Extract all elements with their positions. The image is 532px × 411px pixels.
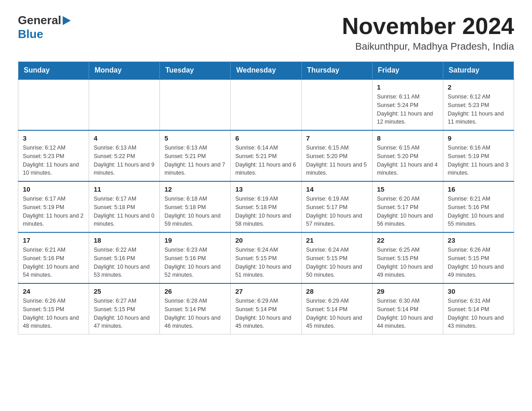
day-of-week-header: Wednesday — [231, 62, 301, 80]
day-of-week-header: Monday — [89, 62, 160, 80]
calendar-day-cell: 24Sunrise: 6:26 AMSunset: 5:15 PMDayligh… — [18, 283, 89, 334]
calendar-day-cell: 6Sunrise: 6:14 AMSunset: 5:21 PMDaylight… — [231, 130, 301, 181]
day-of-week-header: Thursday — [301, 62, 372, 80]
day-info: Sunrise: 6:24 AMSunset: 5:15 PMDaylight:… — [235, 246, 296, 279]
day-info: Sunrise: 6:17 AMSunset: 5:18 PMDaylight:… — [94, 195, 155, 228]
calendar-table: SundayMondayTuesdayWednesdayThursdayFrid… — [18, 61, 514, 334]
day-number: 14 — [306, 185, 368, 193]
day-of-week-header: Tuesday — [160, 62, 231, 80]
calendar-day-cell — [301, 79, 372, 130]
day-info: Sunrise: 6:17 AMSunset: 5:19 PMDaylight:… — [23, 195, 84, 228]
day-info: Sunrise: 6:16 AMSunset: 5:19 PMDaylight:… — [448, 144, 509, 177]
day-number: 9 — [448, 134, 509, 142]
calendar-day-cell — [160, 79, 231, 130]
day-number: 6 — [235, 134, 296, 142]
day-info: Sunrise: 6:30 AMSunset: 5:14 PMDaylight:… — [377, 297, 438, 330]
day-number: 21 — [306, 236, 368, 244]
calendar-day-cell: 8Sunrise: 6:15 AMSunset: 5:20 PMDaylight… — [372, 130, 443, 181]
calendar-day-cell: 1Sunrise: 6:11 AMSunset: 5:24 PMDaylight… — [372, 79, 443, 130]
day-info: Sunrise: 6:25 AMSunset: 5:15 PMDaylight:… — [377, 246, 438, 279]
day-info: Sunrise: 6:13 AMSunset: 5:21 PMDaylight:… — [164, 144, 226, 177]
calendar-day-cell: 3Sunrise: 6:12 AMSunset: 5:23 PMDaylight… — [18, 130, 89, 181]
calendar-day-cell: 9Sunrise: 6:16 AMSunset: 5:19 PMDaylight… — [443, 130, 514, 181]
day-info: Sunrise: 6:26 AMSunset: 5:15 PMDaylight:… — [23, 297, 84, 330]
day-info: Sunrise: 6:29 AMSunset: 5:14 PMDaylight:… — [306, 297, 368, 330]
calendar-day-cell: 28Sunrise: 6:29 AMSunset: 5:14 PMDayligh… — [301, 283, 372, 334]
header-row: SundayMondayTuesdayWednesdayThursdayFrid… — [18, 62, 514, 80]
calendar-day-cell: 15Sunrise: 6:20 AMSunset: 5:17 PMDayligh… — [372, 181, 443, 232]
day-info: Sunrise: 6:31 AMSunset: 5:14 PMDaylight:… — [448, 297, 509, 330]
day-number: 11 — [94, 185, 155, 193]
calendar-day-cell: 26Sunrise: 6:28 AMSunset: 5:14 PMDayligh… — [160, 283, 231, 334]
day-number: 25 — [94, 287, 155, 295]
day-number: 17 — [23, 236, 84, 244]
calendar-day-cell: 4Sunrise: 6:13 AMSunset: 5:22 PMDaylight… — [89, 130, 160, 181]
day-number: 13 — [235, 185, 296, 193]
day-number: 22 — [377, 236, 438, 244]
day-number: 29 — [377, 287, 438, 295]
calendar-day-cell: 10Sunrise: 6:17 AMSunset: 5:19 PMDayligh… — [18, 181, 89, 232]
day-number: 23 — [448, 236, 509, 244]
day-info: Sunrise: 6:19 AMSunset: 5:18 PMDaylight:… — [235, 195, 296, 228]
logo-blue-text: Blue — [18, 27, 43, 41]
day-info: Sunrise: 6:18 AMSunset: 5:18 PMDaylight:… — [164, 195, 226, 228]
day-info: Sunrise: 6:12 AMSunset: 5:23 PMDaylight:… — [23, 144, 84, 177]
day-number: 24 — [23, 287, 84, 295]
calendar-week-row: 17Sunrise: 6:21 AMSunset: 5:16 PMDayligh… — [18, 232, 514, 283]
calendar-day-cell: 20Sunrise: 6:24 AMSunset: 5:15 PMDayligh… — [231, 232, 301, 283]
day-number: 15 — [377, 185, 438, 193]
calendar-day-cell — [89, 79, 160, 130]
day-number: 18 — [94, 236, 155, 244]
calendar-week-row: 3Sunrise: 6:12 AMSunset: 5:23 PMDaylight… — [18, 130, 514, 181]
day-number: 20 — [235, 236, 296, 244]
calendar-day-cell: 30Sunrise: 6:31 AMSunset: 5:14 PMDayligh… — [443, 283, 514, 334]
logo-area: General Blue — [18, 13, 71, 41]
calendar-day-cell: 14Sunrise: 6:19 AMSunset: 5:17 PMDayligh… — [301, 181, 372, 232]
calendar-day-cell — [231, 79, 301, 130]
logo-general-text: General — [18, 13, 61, 27]
day-info: Sunrise: 6:14 AMSunset: 5:21 PMDaylight:… — [235, 144, 296, 177]
calendar-week-row: 24Sunrise: 6:26 AMSunset: 5:15 PMDayligh… — [18, 283, 514, 334]
calendar-day-cell: 12Sunrise: 6:18 AMSunset: 5:18 PMDayligh… — [160, 181, 231, 232]
calendar-day-cell: 21Sunrise: 6:24 AMSunset: 5:15 PMDayligh… — [301, 232, 372, 283]
day-of-week-header: Friday — [372, 62, 443, 80]
calendar-day-cell: 7Sunrise: 6:15 AMSunset: 5:20 PMDaylight… — [301, 130, 372, 181]
calendar-week-row: 10Sunrise: 6:17 AMSunset: 5:19 PMDayligh… — [18, 181, 514, 232]
title-area: November 2024 Baikunthpur, Madhya Prades… — [342, 13, 514, 52]
day-number: 8 — [377, 134, 438, 142]
day-number: 5 — [164, 134, 226, 142]
calendar-day-cell: 22Sunrise: 6:25 AMSunset: 5:15 PMDayligh… — [372, 232, 443, 283]
logo: General — [18, 13, 71, 27]
day-info: Sunrise: 6:23 AMSunset: 5:16 PMDaylight:… — [164, 246, 226, 279]
day-number: 30 — [448, 287, 509, 295]
calendar-day-cell: 2Sunrise: 6:12 AMSunset: 5:23 PMDaylight… — [443, 79, 514, 130]
calendar-day-cell — [18, 79, 89, 130]
day-info: Sunrise: 6:12 AMSunset: 5:23 PMDaylight:… — [448, 93, 509, 126]
day-info: Sunrise: 6:15 AMSunset: 5:20 PMDaylight:… — [306, 144, 368, 177]
day-info: Sunrise: 6:19 AMSunset: 5:17 PMDaylight:… — [306, 195, 368, 228]
calendar-day-cell: 19Sunrise: 6:23 AMSunset: 5:16 PMDayligh… — [160, 232, 231, 283]
day-number: 10 — [23, 185, 84, 193]
day-info: Sunrise: 6:11 AMSunset: 5:24 PMDaylight:… — [377, 93, 438, 126]
day-info: Sunrise: 6:22 AMSunset: 5:16 PMDaylight:… — [94, 246, 155, 279]
day-info: Sunrise: 6:21 AMSunset: 5:16 PMDaylight:… — [23, 246, 84, 279]
calendar-header: SundayMondayTuesdayWednesdayThursdayFrid… — [18, 62, 514, 80]
calendar-day-cell: 27Sunrise: 6:29 AMSunset: 5:14 PMDayligh… — [231, 283, 301, 334]
day-number: 16 — [448, 185, 509, 193]
day-info: Sunrise: 6:13 AMSunset: 5:22 PMDaylight:… — [94, 144, 155, 177]
calendar-week-row: 1Sunrise: 6:11 AMSunset: 5:24 PMDaylight… — [18, 79, 514, 130]
day-number: 7 — [306, 134, 368, 142]
calendar-day-cell: 13Sunrise: 6:19 AMSunset: 5:18 PMDayligh… — [231, 181, 301, 232]
month-title: November 2024 — [342, 13, 514, 39]
day-info: Sunrise: 6:27 AMSunset: 5:15 PMDaylight:… — [94, 297, 155, 330]
day-info: Sunrise: 6:26 AMSunset: 5:15 PMDaylight:… — [448, 246, 509, 279]
day-info: Sunrise: 6:29 AMSunset: 5:14 PMDaylight:… — [235, 297, 296, 330]
day-number: 28 — [306, 287, 368, 295]
calendar-day-cell: 11Sunrise: 6:17 AMSunset: 5:18 PMDayligh… — [89, 181, 160, 232]
calendar-day-cell: 25Sunrise: 6:27 AMSunset: 5:15 PMDayligh… — [89, 283, 160, 334]
calendar-day-cell: 23Sunrise: 6:26 AMSunset: 5:15 PMDayligh… — [443, 232, 514, 283]
day-info: Sunrise: 6:24 AMSunset: 5:15 PMDaylight:… — [306, 246, 368, 279]
day-info: Sunrise: 6:15 AMSunset: 5:20 PMDaylight:… — [377, 144, 438, 177]
day-of-week-header: Sunday — [18, 62, 89, 80]
day-info: Sunrise: 6:20 AMSunset: 5:17 PMDaylight:… — [377, 195, 438, 228]
